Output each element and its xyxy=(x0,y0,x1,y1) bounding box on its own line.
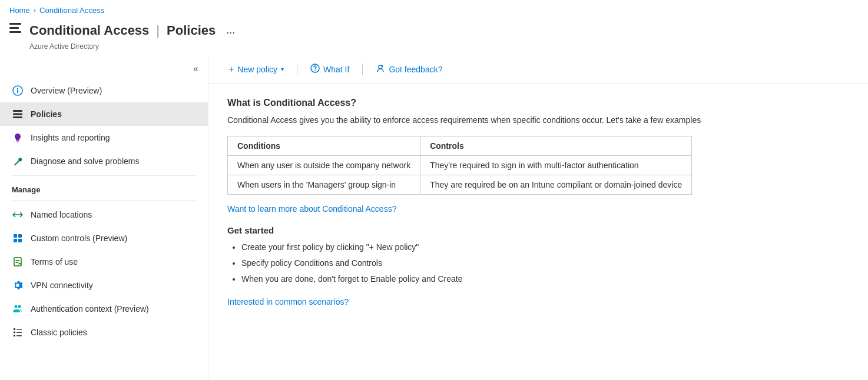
arrows-icon xyxy=(12,209,24,221)
what-is-title: What is Conditional Access? xyxy=(227,98,849,108)
feedback-button[interactable]: Got feedback? xyxy=(370,60,448,78)
sidebar-item-policies-label: Policies xyxy=(31,109,62,119)
svg-rect-4 xyxy=(13,114,22,115)
chevron-down-icon: ▾ xyxy=(281,66,284,72)
svg-rect-19 xyxy=(14,335,15,336)
svg-point-13 xyxy=(15,305,18,308)
sidebar-top: « xyxy=(0,55,208,79)
info-icon xyxy=(12,85,24,96)
sidebar-item-insights-label: Insights and reporting xyxy=(31,133,110,142)
learn-more-link[interactable]: Want to learn more about Conditional Acc… xyxy=(227,204,396,214)
svg-rect-15 xyxy=(14,328,15,330)
svg-point-22 xyxy=(314,70,316,71)
lightbulb-icon xyxy=(12,132,24,144)
breadcrumb-current[interactable]: Conditional Access xyxy=(39,6,104,15)
list-item: When you are done, don't forget to Enabl… xyxy=(241,273,849,285)
sidebar-item-terms-label: Terms of use xyxy=(31,257,78,266)
svg-point-2 xyxy=(17,88,18,89)
hamburger-icon xyxy=(9,23,21,33)
svg-rect-16 xyxy=(16,329,22,330)
sidebar-item-named-locations[interactable]: Named locations xyxy=(0,203,208,226)
svg-rect-7 xyxy=(16,142,19,142)
table-cell-condition-1: When any user is outside the company net… xyxy=(228,156,420,175)
new-policy-button[interactable]: + New policy ▾ xyxy=(223,61,290,78)
sidebar-item-classic-label: Classic policies xyxy=(31,328,87,337)
terms-icon xyxy=(12,256,24,268)
svg-rect-11 xyxy=(18,239,22,242)
sidebar: « Overview (Preview) Polic xyxy=(0,55,208,380)
table-col1-header: Conditions xyxy=(228,136,420,156)
sidebar-item-auth-context-label: Authentication context (Preview) xyxy=(31,304,149,314)
page-subtitle: Azure Active Directory xyxy=(29,42,238,51)
table-cell-condition-2: When users in the 'Managers' group sign-… xyxy=(228,175,420,195)
svg-rect-1 xyxy=(17,90,18,94)
sidebar-item-overview-label: Overview (Preview) xyxy=(31,86,102,95)
page-title: Conditional Access | Policies ··· xyxy=(29,19,238,41)
classic-list-icon xyxy=(12,326,24,338)
sidebar-item-auth-context[interactable]: Authentication context (Preview) xyxy=(0,297,208,321)
table-col2-header: Controls xyxy=(420,136,692,156)
breadcrumb-separator: › xyxy=(34,6,36,15)
svg-rect-8 xyxy=(14,234,17,238)
sidebar-item-classic[interactable]: Classic policies xyxy=(0,321,208,344)
sidebar-item-custom-controls-label: Custom controls (Preview) xyxy=(31,234,127,243)
sidebar-collapse-button[interactable]: « xyxy=(191,61,201,76)
table-cell-control-2: They are required be on an Intune compli… xyxy=(420,175,692,195)
sidebar-item-custom-controls[interactable]: Custom controls (Preview) xyxy=(0,226,208,250)
what-if-icon xyxy=(310,64,320,75)
get-started-title: Get started xyxy=(227,225,849,235)
sidebar-item-diagnose[interactable]: Diagnose and solve problems xyxy=(0,149,208,173)
sidebar-item-terms-of-use[interactable]: Terms of use xyxy=(0,250,208,274)
sidebar-item-policies[interactable]: Policies xyxy=(0,102,208,126)
svg-rect-6 xyxy=(16,141,19,142)
svg-point-23 xyxy=(379,65,382,69)
what-if-button[interactable]: What If xyxy=(304,60,355,78)
conditions-table: Conditions Controls When any user is out… xyxy=(227,136,692,195)
svg-rect-5 xyxy=(13,116,22,118)
svg-rect-20 xyxy=(16,335,22,336)
table-cell-control-1: They're required to sign in with multi-f… xyxy=(420,156,692,175)
list-icon xyxy=(12,108,24,120)
table-row: When any user is outside the company net… xyxy=(228,156,692,175)
svg-point-14 xyxy=(18,305,21,308)
plus-icon: + xyxy=(228,64,234,75)
sidebar-item-diagnose-label: Diagnose and solve problems xyxy=(31,156,139,166)
toolbar-divider-1 xyxy=(297,64,297,75)
custom-controls-icon xyxy=(12,232,24,244)
sidebar-item-overview[interactable]: Overview (Preview) xyxy=(0,79,208,102)
svg-rect-18 xyxy=(16,332,22,334)
sidebar-item-insights[interactable]: Insights and reporting xyxy=(0,126,208,149)
feedback-icon xyxy=(376,64,385,75)
svg-rect-17 xyxy=(14,332,15,334)
sidebar-item-vpn[interactable]: VPN connectivity xyxy=(0,274,208,297)
nav-divider-2 xyxy=(12,200,196,201)
sidebar-item-vpn-label: VPN connectivity xyxy=(31,281,93,290)
table-row: When users in the 'Managers' group sign-… xyxy=(228,175,692,195)
content-area: What is Conditional Access? Conditional … xyxy=(208,84,868,380)
svg-rect-10 xyxy=(14,239,17,242)
breadcrumb: Home › Conditional Access xyxy=(0,0,868,17)
main-layout: « Overview (Preview) Polic xyxy=(0,55,868,380)
toolbar-divider-2 xyxy=(362,64,363,75)
page-header: Conditional Access | Policies ··· Azure … xyxy=(0,17,868,55)
what-is-desc: Conditional Access gives you the ability… xyxy=(227,114,849,126)
scenarios-link[interactable]: Interested in common scenarios? xyxy=(227,297,349,306)
list-item: Specify policy Conditions and Controls xyxy=(241,257,849,269)
svg-rect-9 xyxy=(18,234,22,238)
svg-rect-3 xyxy=(13,110,22,112)
svg-rect-12 xyxy=(14,258,21,266)
breadcrumb-home[interactable]: Home xyxy=(9,6,30,15)
manage-section-label: Manage xyxy=(0,178,208,198)
get-started-list: Create your first policy by clicking "+ … xyxy=(227,241,849,285)
toolbar: + New policy ▾ What If xyxy=(208,55,868,84)
gear-icon xyxy=(12,279,24,291)
list-item: Create your first policy by clicking "+ … xyxy=(241,241,849,254)
sidebar-item-named-locations-label: Named locations xyxy=(31,210,92,219)
people-icon xyxy=(12,303,24,315)
header-titles: Conditional Access | Policies ··· Azure … xyxy=(29,19,238,51)
wrench-icon xyxy=(12,155,24,167)
nav-divider xyxy=(12,175,196,176)
more-options-button[interactable]: ··· xyxy=(223,24,238,41)
